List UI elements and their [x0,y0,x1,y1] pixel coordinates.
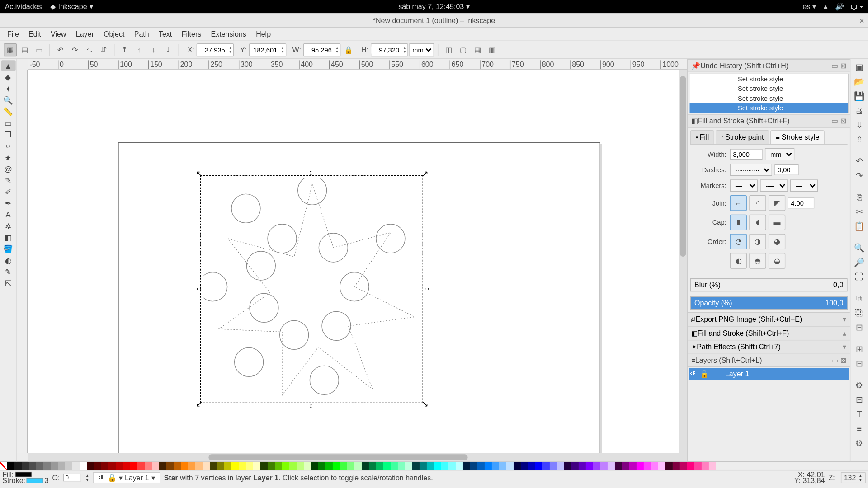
menu-path[interactable]: Path [129,28,154,40]
color-swatch[interactable] [702,462,709,470]
color-swatch[interactable] [7,462,14,470]
bucket-tool[interactable]: 🪣 [1,244,15,254]
color-swatch[interactable] [369,462,376,470]
3dbox-tool[interactable]: ❒ [1,129,15,140]
color-swatch[interactable] [36,462,43,470]
undo-history-header[interactable]: 📌 Undo History (Shift+Ctrl+H) ▭⊠ [688,59,850,72]
color-swatch[interactable] [506,462,514,470]
color-swatch[interactable] [224,462,231,470]
handle-w[interactable]: ↔ [195,286,201,292]
color-swatch[interactable] [492,462,499,470]
color-swatch[interactable] [629,462,637,470]
star-tool[interactable]: ★ [1,152,15,163]
text-icon[interactable]: T [852,407,867,420]
join-miter-icon[interactable]: ⌐ [730,195,747,211]
rect-tool[interactable]: ▭ [1,117,15,128]
lock-icon[interactable]: 🔓 [700,370,709,379]
menu-file[interactable]: File [2,28,24,40]
color-swatch[interactable] [680,462,687,470]
menu-object[interactable]: Object [99,28,129,40]
color-swatch[interactable] [145,462,152,470]
color-swatch[interactable] [514,462,521,470]
marker-end[interactable]: — [790,179,818,192]
spray-tool[interactable]: ✲ [1,221,15,231]
history-item[interactable]: Set stroke style [689,84,848,93]
duplicate-icon[interactable]: ⧉ [852,291,867,305]
color-swatch[interactable] [354,462,362,470]
canvas[interactable]: ↖ ↕ ↗ ↔ ↔ ↙ ↕ ↘ [28,70,679,453]
color-swatch[interactable] [687,462,694,470]
h-input[interactable] [372,46,402,53]
color-swatch[interactable] [550,462,557,470]
color-swatch[interactable] [593,462,600,470]
rotate-cw-icon[interactable]: ↷ [68,43,81,56]
dash-offset-input[interactable] [774,164,798,175]
color-swatch[interactable] [72,462,80,470]
color-swatch[interactable] [130,462,137,470]
color-swatch[interactable] [87,462,94,470]
clone-icon[interactable]: ⿻ [852,306,867,319]
color-swatch[interactable] [694,462,702,470]
color-swatch[interactable] [535,462,542,470]
color-swatch[interactable] [210,462,217,470]
handle-s[interactable]: ↕ [309,403,315,408]
handle-sw[interactable]: ↙ [196,401,202,407]
color-swatch[interactable] [542,462,550,470]
redo-icon[interactable]: ↷ [852,169,867,182]
color-swatch[interactable] [188,462,195,470]
color-swatch[interactable] [123,462,130,470]
flip-h-icon[interactable]: ⇋ [83,43,96,56]
color-swatch[interactable] [275,462,282,470]
menu-help[interactable]: Help [251,28,275,40]
pin-icon[interactable]: 📌 [691,61,700,70]
cap-square-icon[interactable]: ▬ [769,215,785,230]
marker-start[interactable]: — [730,179,758,192]
scrollbar-vertical[interactable] [679,70,687,453]
color-swatch[interactable] [333,462,340,470]
color-swatch[interactable] [470,462,477,470]
color-swatch[interactable] [65,462,72,470]
rotate-ccw-icon[interactable]: ↶ [54,43,67,56]
color-swatch[interactable] [246,462,253,470]
network-icon[interactable]: ▲ [822,2,829,11]
flip-v-icon[interactable]: ⇵ [97,43,110,56]
opacity-input[interactable] [63,474,81,481]
color-swatch[interactable] [586,462,593,470]
undo-icon[interactable]: ↶ [852,154,867,167]
color-swatch[interactable] [239,462,246,470]
selection-bbox[interactable]: ↖ ↕ ↗ ↔ ↔ ↙ ↕ ↘ [200,175,423,403]
color-swatch[interactable] [405,462,412,470]
menu-extensions[interactable]: Extensions [206,28,251,40]
gradient-tool[interactable]: ◐ [1,255,15,266]
bezier-tool[interactable]: ✐ [1,186,15,197]
order-2-icon[interactable]: ◑ [749,234,766,249]
color-swatch[interactable] [297,462,304,470]
close-panel-icon[interactable]: ⊠ [840,61,846,70]
xml-icon[interactable]: ⚙ [852,378,867,391]
color-swatch[interactable] [43,462,51,470]
lower-icon[interactable]: ↓ [147,43,160,56]
volume-icon[interactable]: 🔊 [835,2,844,11]
color-swatch[interactable] [326,462,333,470]
color-swatch[interactable] [174,462,181,470]
history-item[interactable]: Set stroke style [689,94,848,103]
color-swatch[interactable] [564,462,571,470]
color-swatch[interactable] [600,462,608,470]
color-swatch[interactable] [622,462,629,470]
color-swatch[interactable] [383,462,391,470]
close-icon[interactable]: × [859,15,864,25]
color-swatch[interactable] [231,462,239,470]
prefs-icon[interactable]: ⚙ [852,436,867,449]
calligraphy-tool[interactable]: ✒ [1,197,15,208]
dropper-tool[interactable]: ✎ [1,266,15,277]
color-swatch[interactable] [615,462,622,470]
color-swatch[interactable] [101,462,108,470]
activities-button[interactable]: Actividades [5,2,42,11]
color-swatch[interactable] [463,462,470,470]
save-icon[interactable]: 💾 [852,89,867,102]
stroke-swatch[interactable] [27,478,43,483]
order-3-icon[interactable]: ◕ [769,234,785,249]
lock-aspect-icon[interactable]: 🔒 [342,43,355,56]
color-swatch[interactable] [644,462,651,470]
color-swatch[interactable] [456,462,463,470]
